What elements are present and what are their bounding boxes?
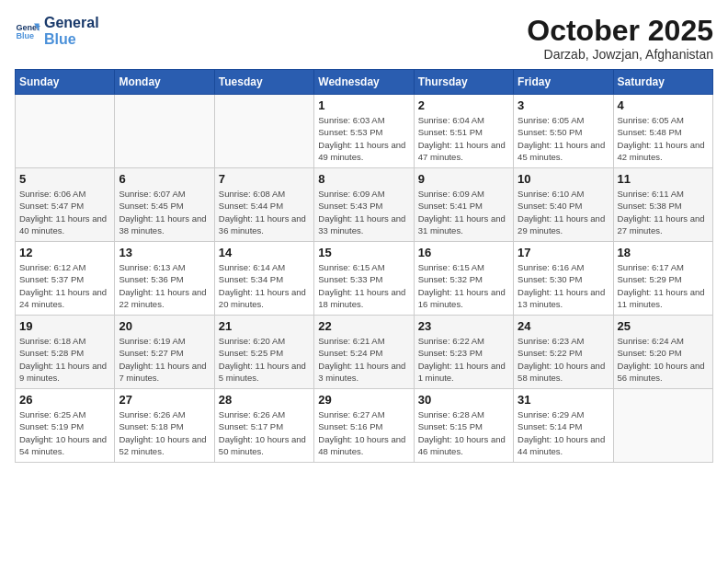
sunset-text: Sunset: 5:19 PM: [19, 421, 84, 431]
sunrise-text: Sunrise: 6:17 AM: [618, 262, 684, 272]
day-number: 16: [418, 246, 509, 259]
day-info: Sunrise: 6:03 AM Sunset: 5:53 PM Dayligh…: [318, 114, 409, 163]
daylight-text: Daylight: 11 hours and 1 minute.: [418, 361, 506, 383]
day-number: 22: [318, 319, 409, 333]
daylight-text: Daylight: 10 hours and 44 minutes.: [518, 434, 605, 456]
day-info: Sunrise: 6:16 AM Sunset: 5:30 PM Dayligh…: [518, 261, 609, 310]
calendar-cell: 26 Sunrise: 6:25 AM Sunset: 5:19 PM Dayl…: [16, 389, 115, 463]
calendar-cell: 9 Sunrise: 6:09 AM Sunset: 5:41 PM Dayli…: [414, 168, 513, 242]
daylight-text: Daylight: 11 hours and 24 minutes.: [19, 287, 107, 309]
sunrise-text: Sunrise: 6:12 AM: [19, 262, 85, 272]
sunrise-text: Sunrise: 6:19 AM: [119, 336, 185, 346]
day-info: Sunrise: 6:08 AM Sunset: 5:44 PM Dayligh…: [219, 188, 310, 236]
month-title: October 2025: [527, 15, 713, 47]
sunrise-text: Sunrise: 6:13 AM: [119, 262, 185, 272]
calendar-cell: [115, 95, 214, 168]
day-number: 24: [518, 319, 609, 333]
day-number: 9: [418, 172, 509, 186]
calendar-cell: 5 Sunrise: 6:06 AM Sunset: 5:47 PM Dayli…: [16, 168, 115, 242]
calendar-cell: 8 Sunrise: 6:09 AM Sunset: 5:43 PM Dayli…: [314, 168, 414, 242]
sunset-text: Sunset: 5:27 PM: [119, 348, 183, 358]
day-number: 4: [618, 98, 709, 112]
sunrise-text: Sunrise: 6:07 AM: [119, 189, 185, 199]
day-number: 2: [418, 98, 509, 112]
day-info: Sunrise: 6:29 AM Sunset: 5:14 PM Dayligh…: [518, 408, 609, 457]
sunset-text: Sunset: 5:40 PM: [518, 201, 582, 211]
day-number: 13: [119, 246, 210, 259]
day-number: 19: [19, 319, 110, 333]
sunrise-text: Sunrise: 6:23 AM: [518, 336, 584, 346]
daylight-text: Daylight: 11 hours and 22 minutes.: [119, 287, 206, 309]
day-number: 29: [318, 393, 409, 407]
week-row-5: 26 Sunrise: 6:25 AM Sunset: 5:19 PM Dayl…: [16, 389, 713, 463]
sunrise-text: Sunrise: 6:03 AM: [318, 115, 384, 125]
day-info: Sunrise: 6:09 AM Sunset: 5:41 PM Dayligh…: [418, 188, 509, 236]
calendar-cell: 17 Sunrise: 6:16 AM Sunset: 5:30 PM Dayl…: [514, 242, 613, 316]
sunset-text: Sunset: 5:38 PM: [618, 201, 682, 211]
calendar-cell: 29 Sunrise: 6:27 AM Sunset: 5:16 PM Dayl…: [314, 389, 414, 463]
sunset-text: Sunset: 5:28 PM: [19, 348, 84, 358]
calendar-cell: 11 Sunrise: 6:11 AM Sunset: 5:38 PM Dayl…: [613, 168, 712, 242]
weekday-header-row: SundayMondayTuesdayWednesdayThursdayFrid…: [16, 70, 713, 95]
sunrise-text: Sunrise: 6:05 AM: [518, 115, 584, 125]
daylight-text: Daylight: 11 hours and 5 minutes.: [219, 361, 306, 383]
daylight-text: Daylight: 11 hours and 27 minutes.: [618, 213, 705, 236]
day-info: Sunrise: 6:21 AM Sunset: 5:24 PM Dayligh…: [318, 335, 409, 384]
daylight-text: Daylight: 10 hours and 48 minutes.: [318, 434, 405, 456]
weekday-header-tuesday: Tuesday: [214, 70, 313, 95]
day-info: Sunrise: 6:07 AM Sunset: 5:45 PM Dayligh…: [119, 188, 210, 236]
calendar-cell: 22 Sunrise: 6:21 AM Sunset: 5:24 PM Dayl…: [314, 316, 414, 389]
day-info: Sunrise: 6:22 AM Sunset: 5:23 PM Dayligh…: [418, 335, 509, 384]
sunset-text: Sunset: 5:45 PM: [119, 201, 183, 211]
weekday-header-friday: Friday: [514, 70, 613, 95]
calendar-cell: 27 Sunrise: 6:26 AM Sunset: 5:18 PM Dayl…: [115, 389, 214, 463]
sunrise-text: Sunrise: 6:10 AM: [518, 189, 584, 199]
calendar-cell: 19 Sunrise: 6:18 AM Sunset: 5:28 PM Dayl…: [16, 316, 115, 389]
weekday-header-monday: Monday: [115, 70, 214, 95]
sunrise-text: Sunrise: 6:22 AM: [418, 336, 484, 346]
day-info: Sunrise: 6:18 AM Sunset: 5:28 PM Dayligh…: [19, 335, 110, 384]
weekday-header-thursday: Thursday: [414, 70, 513, 95]
day-number: 23: [418, 319, 509, 333]
daylight-text: Daylight: 11 hours and 38 minutes.: [119, 213, 206, 236]
day-number: 3: [518, 98, 609, 112]
title-block: October 2025 Darzab, Jowzjan, Afghanista…: [527, 15, 713, 62]
sunrise-text: Sunrise: 6:25 AM: [19, 409, 85, 419]
daylight-text: Daylight: 10 hours and 58 minutes.: [518, 361, 605, 383]
day-number: 20: [119, 319, 210, 333]
daylight-text: Daylight: 11 hours and 20 minutes.: [219, 287, 306, 309]
calendar-cell: 7 Sunrise: 6:08 AM Sunset: 5:44 PM Dayli…: [214, 168, 313, 242]
calendar-cell: 23 Sunrise: 6:22 AM Sunset: 5:23 PM Dayl…: [414, 316, 513, 389]
calendar-cell: 3 Sunrise: 6:05 AM Sunset: 5:50 PM Dayli…: [514, 95, 613, 168]
calendar-cell: 1 Sunrise: 6:03 AM Sunset: 5:53 PM Dayli…: [314, 95, 414, 168]
weekday-header-sunday: Sunday: [16, 70, 115, 95]
logo: General Blue General Blue: [15, 15, 99, 47]
sunrise-text: Sunrise: 6:29 AM: [518, 409, 584, 419]
daylight-text: Daylight: 10 hours and 50 minutes.: [219, 434, 306, 456]
day-info: Sunrise: 6:09 AM Sunset: 5:43 PM Dayligh…: [318, 188, 409, 236]
day-info: Sunrise: 6:06 AM Sunset: 5:47 PM Dayligh…: [19, 188, 110, 236]
sunrise-text: Sunrise: 6:04 AM: [418, 115, 484, 125]
sunrise-text: Sunrise: 6:21 AM: [318, 336, 384, 346]
sunset-text: Sunset: 5:32 PM: [418, 274, 483, 284]
day-number: 14: [219, 246, 310, 259]
daylight-text: Daylight: 11 hours and 31 minutes.: [418, 213, 506, 236]
day-number: 11: [618, 172, 709, 186]
sunset-text: Sunset: 5:33 PM: [318, 274, 382, 284]
sunset-text: Sunset: 5:29 PM: [618, 274, 682, 284]
sunrise-text: Sunrise: 6:18 AM: [19, 336, 85, 346]
sunset-text: Sunset: 5:37 PM: [19, 274, 84, 284]
day-number: 7: [219, 172, 310, 186]
sunrise-text: Sunrise: 6:28 AM: [418, 409, 484, 419]
day-info: Sunrise: 6:27 AM Sunset: 5:16 PM Dayligh…: [318, 408, 409, 457]
day-number: 25: [618, 319, 709, 333]
sunrise-text: Sunrise: 6:15 AM: [418, 262, 484, 272]
day-info: Sunrise: 6:15 AM Sunset: 5:32 PM Dayligh…: [418, 261, 509, 310]
daylight-text: Daylight: 10 hours and 46 minutes.: [418, 434, 506, 456]
daylight-text: Daylight: 11 hours and 11 minutes.: [618, 287, 705, 309]
daylight-text: Daylight: 11 hours and 29 minutes.: [518, 213, 605, 236]
sunset-text: Sunset: 5:18 PM: [119, 421, 183, 431]
day-info: Sunrise: 6:20 AM Sunset: 5:25 PM Dayligh…: [219, 335, 310, 384]
daylight-text: Daylight: 11 hours and 42 minutes.: [618, 140, 705, 162]
daylight-text: Daylight: 10 hours and 54 minutes.: [19, 434, 107, 456]
